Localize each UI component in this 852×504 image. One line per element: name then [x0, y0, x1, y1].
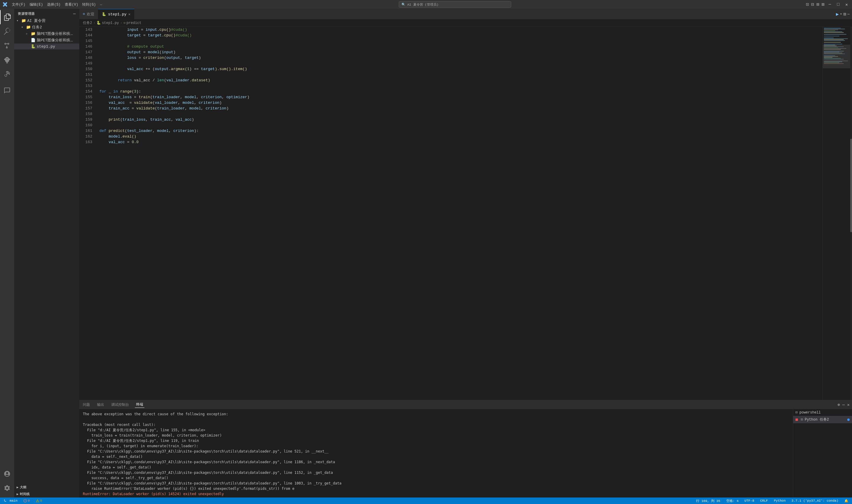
file-icon: 📄 [31, 38, 36, 42]
search-icon [3, 28, 11, 35]
code-line-153 [99, 83, 822, 89]
outline-section[interactable]: ▶ 大纲 [14, 484, 79, 491]
tab-welcome[interactable]: ⊙ 欢迎 [79, 9, 98, 19]
status-errors[interactable]: 0 [22, 499, 31, 503]
search-bar[interactable]: 🔍 AI 夏令营 (管理员) [399, 1, 511, 8]
run-icon[interactable]: ▶ [836, 11, 839, 17]
arrow-icon: ▾ [21, 25, 26, 29]
git-branch-icon [3, 499, 7, 503]
terminal-item-label: Python 任务2 [805, 417, 829, 422]
extensions-icon [3, 70, 11, 77]
terminal-line: data = self._next_data() [83, 454, 789, 459]
panel-tab-terminal[interactable]: 终端 [135, 401, 144, 408]
terminal-line: for i, (input, target) in enumerate(trai… [83, 443, 789, 449]
terminal-item-python[interactable]: ⊡ Python 任务2 [793, 416, 852, 423]
tree-item-step1[interactable]: 🐍 step1.py [14, 43, 79, 49]
menu-file[interactable]: 文件(F) [10, 1, 27, 8]
minimize-button[interactable]: ─ [827, 1, 833, 7]
more-actions-icon[interactable]: ⋯ [847, 12, 850, 17]
activity-item-chat[interactable] [0, 84, 14, 97]
sidebar-title: 资源管理器 [18, 12, 35, 16]
code-line-150: val_acc += (output.argmax(1) == target).… [99, 66, 822, 72]
code-line-149 [99, 61, 822, 66]
arrow-icon: ▾ [17, 19, 21, 22]
scrollbar-thumb[interactable] [850, 139, 852, 232]
status-warnings[interactable]: 0 [35, 499, 43, 503]
status-bell[interactable]: 🔔 [843, 499, 850, 503]
code-area[interactable]: input = input.cpu()#cuda() target = targ… [95, 27, 822, 400]
activity-item-search[interactable] [0, 24, 14, 38]
tree-item-task2[interactable]: ▾ 📁 任务2 [14, 24, 79, 31]
panel-tab-problems[interactable]: 问题 [81, 402, 91, 408]
tab-step1-icon: 🐍 [102, 12, 106, 17]
terminal-item-label: powershell [799, 411, 821, 415]
timeline-section[interactable]: ▶ 时间线 [14, 491, 79, 498]
terminal-line: The above exception was the direct cause… [83, 411, 789, 417]
terminal-line: idx, data = self._get_data() [83, 465, 789, 470]
code-line-163: val_acc = 0.0 [99, 139, 822, 145]
status-python-env[interactable]: 3.7.1 ('py37_AI': conda) [791, 499, 839, 503]
terminal-line-error: RuntimeError: DataLoader worker (pid(s) … [83, 491, 789, 497]
panel-tab-debug[interactable]: 调试控制台 [110, 402, 130, 408]
code-line-154: for _ in range(3): [99, 89, 822, 94]
activity-item-explorer[interactable] [0, 10, 14, 24]
breadcrumb-task2[interactable]: 任务2 [83, 20, 92, 25]
status-language[interactable]: Python [773, 499, 787, 503]
terminal-content[interactable]: The above exception was the direct cause… [79, 409, 793, 498]
sidebar-more-icon[interactable]: ⋯ [73, 11, 76, 16]
code-line-158 [99, 111, 822, 117]
chat-icon [3, 87, 11, 94]
tab-step1[interactable]: 🐍 step1.py ✕ [98, 9, 134, 19]
code-line-161: def predict(test_loader, model, criterio… [99, 128, 822, 134]
panel-close-icon[interactable]: ✕ [847, 402, 850, 407]
activity-item-settings[interactable] [0, 481, 14, 495]
breadcrumb-predict[interactable]: ○ predict [123, 21, 141, 25]
menu-view[interactable]: 查看(V) [63, 1, 80, 8]
code-line-148: loss = criterion(output, target) [99, 55, 822, 61]
split-editor-icon[interactable]: ⊞ [844, 11, 846, 17]
terminal-line: File "C:\Users\cklgg\.conda\envs\py37_AI… [83, 470, 789, 475]
close-button[interactable]: ✕ [844, 1, 850, 8]
layout-icon-1[interactable]: ⊡ [806, 1, 809, 7]
code-line-159: print(train_loss, train_acc, val_acc) [99, 117, 822, 123]
code-line-160 [99, 123, 822, 128]
status-bar: main 0 0 行 169, 列 35 空格: 4 UTF-8 CRLF Py… [0, 498, 852, 504]
breadcrumb-sep1: › [93, 21, 95, 25]
status-position[interactable]: 行 169, 列 35 [695, 499, 721, 503]
run-dropdown-icon[interactable]: ▾ [840, 12, 842, 16]
activity-item-extensions[interactable] [0, 67, 14, 81]
menu-select[interactable]: 选择(S) [45, 1, 62, 8]
layout-icon-3[interactable]: ⊞ [816, 1, 819, 7]
tree-item-folder1[interactable]: ▶ 📁 脑PET图像分析和疾… [14, 31, 79, 37]
menu-edit[interactable]: 编辑(E) [28, 1, 45, 8]
activity-item-run-debug[interactable] [0, 53, 14, 67]
tab-bar-container: ⊙ 欢迎 🐍 step1.py ✕ ▶ ▾ ⊞ ⋯ [79, 9, 852, 19]
status-spaces[interactable]: 空格: 4 [725, 499, 740, 503]
titlebar-center: 🔍 AI 夏令营 (管理员) [104, 1, 806, 8]
tab-welcome-icon: ⊙ [83, 12, 85, 16]
editor-toolbar: ▶ ▾ ⊞ ⋯ [836, 11, 852, 17]
maximize-button[interactable]: □ [835, 1, 841, 7]
layout-icon-2[interactable]: ⊟ [811, 1, 814, 7]
tree-item-docx[interactable]: 📄 脑PET图像分析和疾… [14, 37, 79, 43]
menu-goto[interactable]: 转到(G) [80, 1, 97, 8]
activity-item-account[interactable] [0, 467, 14, 481]
status-branch[interactable]: main [2, 499, 19, 503]
scrollbar-track [850, 27, 852, 400]
code-line-147: output = model(input) [99, 49, 822, 55]
terminal-line: raise RuntimeError('DataLoader worker (p… [83, 486, 789, 491]
layout-icon-4[interactable]: ⊠ [821, 1, 824, 7]
terminal-item-powershell[interactable]: ⊡ powershell [793, 409, 852, 416]
new-terminal-icon[interactable]: ⊕ [837, 402, 840, 407]
tab-close-button[interactable]: ✕ [128, 12, 130, 17]
status-encoding[interactable]: UTF-8 [743, 499, 756, 503]
activity-item-source-control[interactable] [0, 38, 14, 53]
status-eol[interactable]: CRLF [759, 499, 769, 503]
search-label: AI 夏令营 (管理员) [407, 2, 439, 7]
panel-more-icon[interactable]: ⋯ [842, 402, 845, 407]
folder-icon: 📁 [31, 31, 36, 36]
panel-tab-output[interactable]: 输出 [96, 402, 105, 408]
menu-more[interactable]: … [98, 1, 104, 8]
breadcrumb-file[interactable]: 🐍 step1.py [96, 21, 119, 25]
tree-item-ai[interactable]: ▾ 📁 AI 夏令营 [14, 17, 79, 24]
